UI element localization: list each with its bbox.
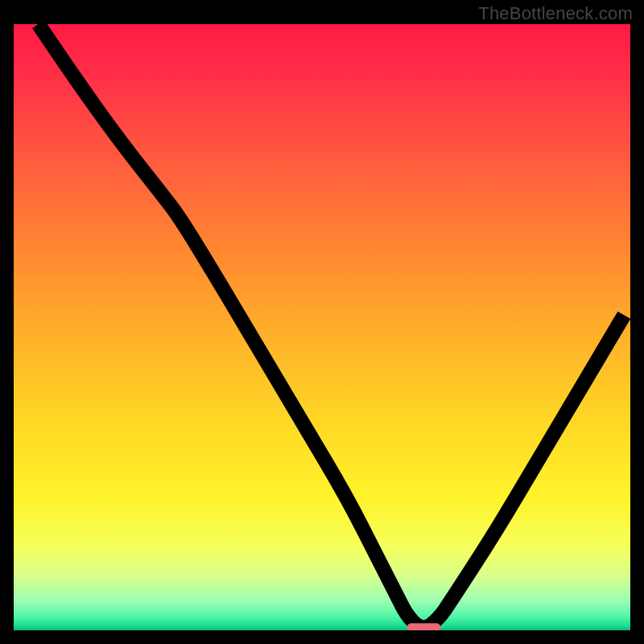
- plot-area: [14, 24, 630, 630]
- chart-frame: TheBottleneck.com: [0, 0, 644, 644]
- watermark-label: TheBottleneck.com: [478, 3, 633, 24]
- optimal-marker: [407, 623, 440, 630]
- bottleneck-chart: [14, 24, 630, 630]
